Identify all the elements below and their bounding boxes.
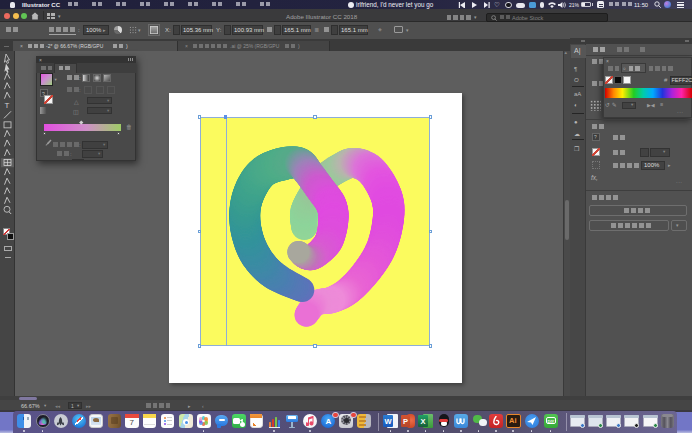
svg-text:T: T bbox=[5, 101, 10, 110]
